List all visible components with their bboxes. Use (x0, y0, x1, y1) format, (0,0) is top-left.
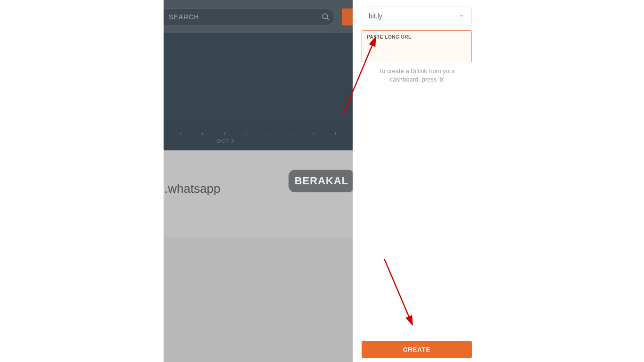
long-url-input[interactable]: PASTE LONG URL (362, 30, 472, 62)
search-input[interactable] (164, 13, 317, 21)
create-hint: To create a Bitlink from your dashboard,… (362, 67, 472, 83)
chart-ticks (164, 131, 353, 135)
create-button[interactable]: CREATE (362, 341, 472, 358)
hint-line-1: To create a Bitlink from your (379, 67, 454, 74)
link-list-lower (164, 237, 353, 362)
watermark-badge: BERAKAL (289, 170, 353, 192)
link-title-fragment: .whatsapp (164, 181, 221, 196)
link-list-area: .whatsapp (164, 150, 353, 237)
domain-select[interactable]: bit.ly (362, 7, 472, 25)
search-field-wrap[interactable] (164, 8, 335, 25)
domain-selected-value: bit.ly (369, 12, 382, 20)
chevron-down-icon (458, 12, 465, 20)
svg-point-0 (322, 14, 328, 19)
long-url-label: PASTE LONG URL (367, 34, 467, 40)
activity-chart: OCT 3 (164, 33, 353, 150)
panel-divider (353, 332, 480, 332)
chart-date-label: OCT 3 (217, 138, 234, 144)
search-icon (317, 8, 334, 25)
hint-line-2: dashboard, press 'b' (389, 76, 444, 83)
dashboard-dimmed: OCT 3 .whatsapp BERAKAL (164, 0, 353, 362)
watermark-text: BERAKAL (295, 175, 349, 187)
app-stage: OCT 3 .whatsapp BERAKAL bit.ly PASTE LON… (164, 0, 480, 362)
create-bitlink-panel: bit.ly PASTE LONG URL To create a Bitlin… (353, 0, 480, 362)
svg-line-1 (327, 18, 329, 20)
create-button-peek[interactable] (342, 8, 353, 25)
